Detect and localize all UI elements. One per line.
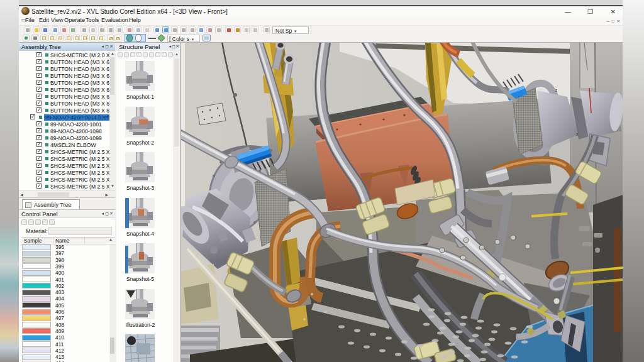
svg-text:z: z [555, 88, 558, 92]
svg-text:x: x [576, 132, 579, 136]
